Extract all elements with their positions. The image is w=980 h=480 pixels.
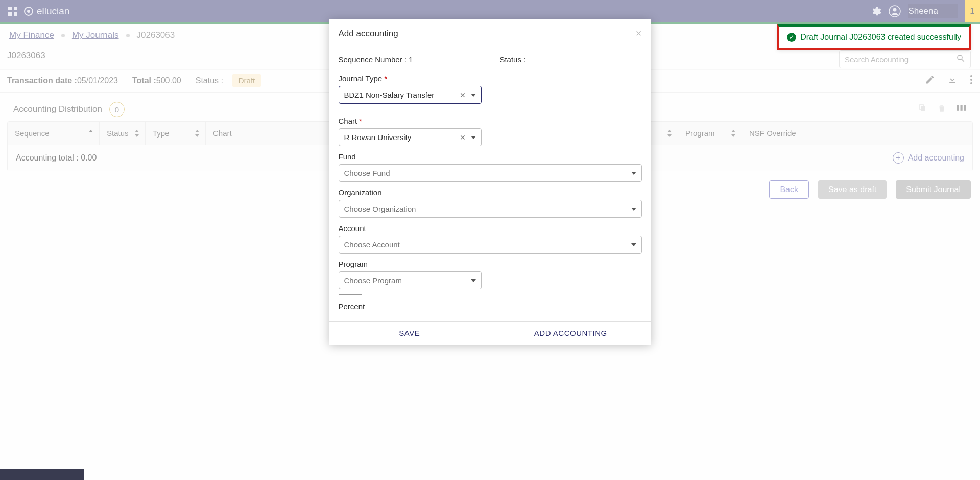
account-select[interactable]: Choose Account (339, 236, 642, 254)
chart-value: R Rowan University (344, 133, 412, 142)
success-toast: ✓ Draft Journal J0263063 created success… (777, 24, 971, 50)
modal-status: Status : (499, 55, 525, 64)
account-label: Account (339, 224, 642, 233)
percent-label: Percent (339, 302, 642, 311)
organization-label: Organization (339, 188, 642, 197)
modal-save-button[interactable]: SAVE (329, 322, 490, 345)
chart-label: Chart * (339, 117, 642, 125)
chevron-down-icon (471, 279, 476, 282)
program-placeholder: Choose Program (344, 276, 402, 285)
chevron-down-icon (631, 208, 636, 211)
close-icon[interactable]: × (636, 28, 642, 39)
journal-type-select[interactable]: BDZ1 Non-Salary Transfer ✕ (339, 86, 482, 104)
footer-bar (0, 469, 84, 480)
journal-type-label: Journal Type * (339, 74, 642, 83)
org-placeholder: Choose Organization (344, 204, 416, 213)
add-accounting-modal: Add accounting × Sequence Number : 1 Sta… (329, 19, 651, 345)
chevron-down-icon (471, 94, 476, 97)
chevron-down-icon (631, 243, 636, 246)
fund-label: Fund (339, 152, 642, 161)
fund-placeholder: Choose Fund (344, 169, 390, 177)
chart-select[interactable]: R Rowan University ✕ (339, 128, 482, 146)
clear-icon[interactable]: ✕ (460, 91, 468, 99)
sequence-number: Sequence Number : 1 (339, 55, 413, 64)
program-label: Program (339, 260, 642, 268)
modal-footer: SAVE ADD ACCOUNTING (329, 321, 651, 345)
program-select[interactable]: Choose Program (339, 271, 482, 289)
chevron-down-icon (471, 136, 476, 139)
clear-icon[interactable]: ✕ (460, 133, 468, 142)
organization-select[interactable]: Choose Organization (339, 200, 642, 218)
toast-message: Draft Journal J0263063 created successfu… (800, 33, 961, 42)
fund-select[interactable]: Choose Fund (339, 164, 642, 182)
account-placeholder: Choose Account (344, 240, 400, 249)
modal-title: Add accounting (339, 29, 398, 39)
check-circle-icon: ✓ (787, 33, 796, 42)
modal-add-accounting-button[interactable]: ADD ACCOUNTING (490, 322, 651, 345)
chevron-down-icon (631, 172, 636, 175)
journal-type-value: BDZ1 Non-Salary Transfer (344, 90, 435, 99)
